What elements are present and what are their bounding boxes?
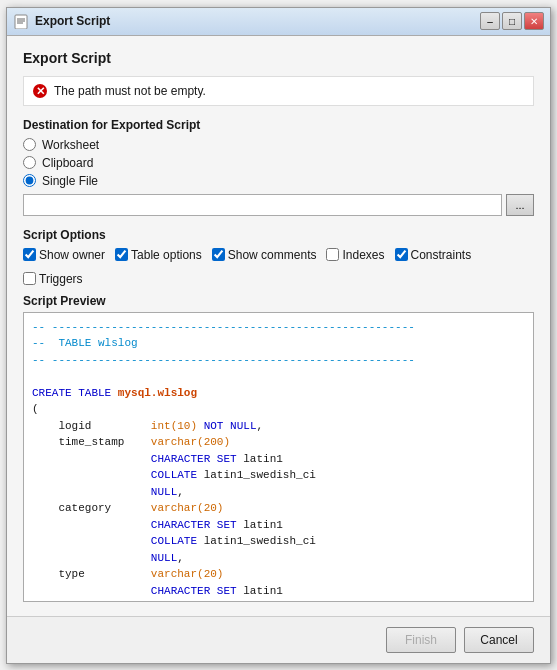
error-row: ✕ The path must not be empty. [23,76,534,106]
code-line: NULL, [32,550,525,567]
maximize-button[interactable]: □ [502,12,522,30]
cb-indexes: Indexes [326,248,384,262]
export-script-window: Export Script – □ ✕ Export Script ✕ The … [6,7,551,664]
code-line: CHARACTER SET latin1 [32,451,525,468]
script-preview-label: Script Preview [23,294,534,308]
code-line: -- -------------------------------------… [32,319,525,336]
dialog-title: Export Script [23,50,534,66]
title-bar: Export Script – □ ✕ [7,8,550,36]
code-line: category varchar(20) [32,500,525,517]
browse-button[interactable]: ... [506,194,534,216]
cb-show-comments: Show comments [212,248,317,262]
indexes-label: Indexes [342,248,384,262]
svg-rect-0 [15,15,27,29]
minimize-button[interactable]: – [480,12,500,30]
triggers-checkbox[interactable] [23,272,36,285]
code-line: COLLATE latin1_swedish_ci [32,467,525,484]
script-preview[interactable]: -- -------------------------------------… [23,312,534,602]
dialog-content: Export Script ✕ The path must not be emp… [7,36,550,616]
cancel-button[interactable]: Cancel [464,627,534,653]
code-line: CHARACTER SET latin1 [32,517,525,534]
clipboard-radio[interactable] [23,156,36,169]
code-line: type varchar(20) [32,566,525,583]
code-line: CREATE TABLE mysql.wlslog [32,385,525,402]
code-line: COLLATE latin1_swedish_ci [32,533,525,550]
code-line: -- TABLE wlslog [32,335,525,352]
file-path-row: ... [23,194,534,216]
show-comments-checkbox[interactable] [212,248,225,261]
window-title: Export Script [35,14,110,28]
finish-button[interactable]: Finish [386,627,456,653]
dialog-footer: Finish Cancel [7,616,550,663]
code-line: CHARACTER SET latin1 [32,583,525,600]
worksheet-label: Worksheet [42,138,99,152]
code-line: logid int(10) NOT NULL, [32,418,525,435]
table-options-checkbox[interactable] [115,248,128,261]
script-options-section: Script Options Show owner Table options … [23,228,534,286]
file-path-input[interactable] [23,194,502,216]
title-bar-left: Export Script [13,13,110,29]
cb-constraints: Constraints [395,248,472,262]
cb-show-owner: Show owner [23,248,105,262]
singlefile-radio[interactable] [23,174,36,187]
cb-table-options: Table options [115,248,202,262]
destination-label: Destination for Exported Script [23,118,534,132]
show-comments-label: Show comments [228,248,317,262]
destination-section: Destination for Exported Script Workshee… [23,118,534,216]
svg-text:✕: ✕ [36,85,45,97]
indexes-checkbox[interactable] [326,248,339,261]
radio-clipboard: Clipboard [23,156,534,170]
show-owner-label: Show owner [39,248,105,262]
constraints-checkbox[interactable] [395,248,408,261]
radio-worksheet: Worksheet [23,138,534,152]
checkboxes-row: Show owner Table options Show comments I… [23,248,534,286]
show-owner-checkbox[interactable] [23,248,36,261]
singlefile-label: Single File [42,174,98,188]
constraints-label: Constraints [411,248,472,262]
radio-singlefile: Single File [23,174,534,188]
error-icon: ✕ [32,83,48,99]
script-options-label: Script Options [23,228,534,242]
code-line: -- -------------------------------------… [32,352,525,369]
code-line: NULL, [32,484,525,501]
code-line [32,368,525,385]
table-options-label: Table options [131,248,202,262]
close-button[interactable]: ✕ [524,12,544,30]
code-line: COLLATE latin1_swedish_ci [32,599,525,602]
title-bar-buttons: – □ ✕ [480,12,544,30]
worksheet-radio[interactable] [23,138,36,151]
code-line: ( [32,401,525,418]
code-line: time_stamp varchar(200) [32,434,525,451]
clipboard-label: Clipboard [42,156,93,170]
triggers-label: Triggers [39,272,83,286]
cb-triggers: Triggers [23,272,83,286]
window-icon [13,13,29,29]
error-message: The path must not be empty. [54,84,206,98]
